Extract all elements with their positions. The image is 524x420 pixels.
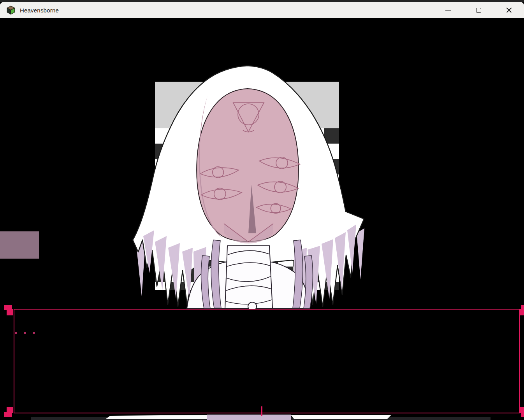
bandaged-neck (225, 246, 273, 311)
character-mask (197, 89, 301, 243)
continue-indicator (261, 406, 262, 416)
close-button[interactable] (494, 2, 524, 18)
ellipsis-dot (33, 332, 35, 334)
ellipsis-dot (15, 332, 17, 334)
minimize-icon (445, 10, 451, 10)
minimize-button[interactable] (433, 2, 463, 18)
ellipsis-dot (24, 332, 26, 334)
close-icon (506, 7, 512, 13)
titlebar[interactable]: Heavensborne (0, 2, 524, 18)
maximize-button[interactable] (463, 2, 494, 18)
dialogue-box[interactable] (14, 309, 520, 413)
window-controls (433, 2, 524, 18)
dialogue-ellipsis (15, 332, 35, 334)
window-title: Heavensborne (20, 7, 59, 14)
neck-shadow (0, 231, 39, 259)
app-window: Heavensborne (0, 0, 524, 420)
game-viewport[interactable] (0, 18, 524, 420)
bottom-clothing (31, 415, 491, 420)
app-icon (6, 5, 16, 15)
maximize-icon (476, 8, 481, 13)
